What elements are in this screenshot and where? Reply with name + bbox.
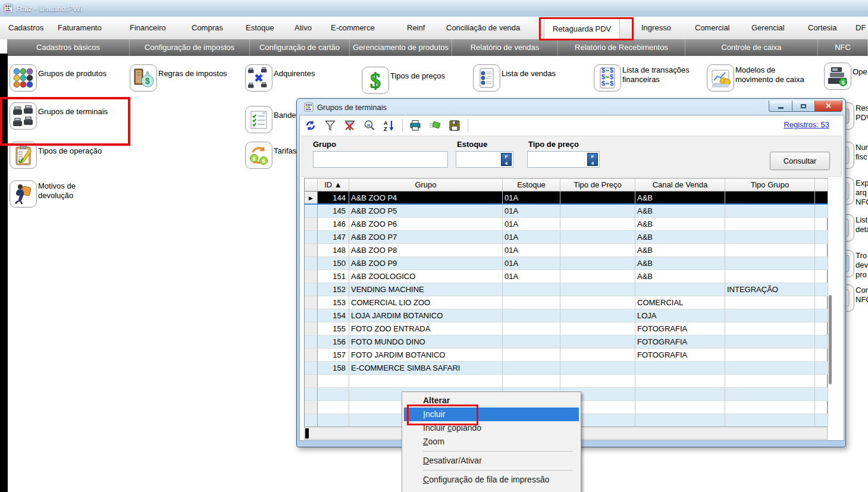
row-selector[interactable]	[305, 205, 318, 218]
context-menu-item-incluir[interactable]: Incluir	[404, 408, 579, 421]
row-selector[interactable]	[305, 349, 318, 362]
row-selector[interactable]	[305, 296, 318, 309]
registros-link[interactable]: Registros: 53	[784, 120, 829, 129]
row-selector[interactable]	[305, 401, 318, 414]
menubar-item-cortesia[interactable]: Cortesia	[808, 17, 836, 39]
modelos-de-movimento-de-caixa-icon[interactable]	[707, 64, 734, 92]
motivos-de-devolucao-icon[interactable]	[10, 180, 37, 208]
lista-de-transacoes-financeiras-icon[interactable]: $$$$$$	[594, 64, 621, 92]
column-header-tipo-de-preco[interactable]: Tipo de Preço	[560, 178, 635, 192]
column-header-estoque[interactable]: Estoque	[503, 178, 560, 192]
print-toolbar-button[interactable]	[408, 119, 423, 132]
consultar-button[interactable]: Consultar	[770, 152, 830, 170]
ribbon-tab-gerenciamento-de-produtos[interactable]: Gerenciamento de produtos	[350, 39, 452, 56]
menubar-item-cadastros[interactable]: Cadastros	[8, 17, 43, 39]
row-selector[interactable]	[305, 362, 318, 375]
menubar-item-faturamento[interactable]: Faturamento	[58, 17, 102, 39]
table-row[interactable]: 148A&B ZOO P801AA&B	[305, 244, 827, 257]
table-row[interactable]: 155FOTO ZOO ENTRADAFOTOGRAFIA	[305, 322, 827, 336]
row-selector[interactable]	[305, 231, 318, 244]
ribbon-tab-relatorio-de-recebimentos[interactable]: Relatório de Recebimentos	[558, 39, 685, 56]
table-row[interactable]: 153COMERCIAL LIO ZOOCOMERCIAL	[305, 296, 827, 309]
table-row[interactable]: ▶144A&B ZOO P401AA&B	[305, 192, 827, 205]
menubar-item-conciliacao-de-venda[interactable]: Conciliação de venda	[446, 17, 520, 39]
dialog-titlebar[interactable]: Grupos de terminais	[304, 102, 387, 112]
maximize-button[interactable]	[792, 101, 815, 112]
lista-de-vendas-icon[interactable]	[473, 64, 500, 92]
tipos-de-operacao-icon[interactable]	[10, 142, 37, 169]
ribbon-tab-controle-de-caixa[interactable]: Controle de caixa	[685, 39, 818, 56]
table-row[interactable]: 150A&B ZOO P901AA&B	[305, 257, 827, 270]
minimize-button[interactable]	[769, 101, 792, 112]
column-header-grupo[interactable]: Grupo	[349, 178, 503, 192]
table-row[interactable]: 154LOJA JARDIM BOTANICOLOJA	[305, 309, 827, 322]
row-selector[interactable]	[305, 257, 318, 270]
table-scrollbar-thumb[interactable]	[829, 295, 832, 384]
menubar-item-gerencial[interactable]: Gerencial	[751, 17, 785, 39]
grupos-de-produtos-icon[interactable]	[10, 64, 37, 92]
estoque-f4-button[interactable]: F4	[501, 153, 512, 166]
menubar-item-compras[interactable]: Compras	[192, 17, 223, 39]
menubar-item-ingresso[interactable]: Ingresso	[641, 17, 671, 39]
row-selector[interactable]	[305, 322, 318, 336]
table-row[interactable]: 145A&B ZOO P501AA&B	[305, 205, 827, 218]
menubar-item-estoque[interactable]: Estoque	[246, 17, 274, 39]
table-row-empty[interactable]	[305, 375, 827, 388]
adquirentes-icon[interactable]	[245, 64, 272, 92]
column-header-canal-de-venda[interactable]: Canal de Venda	[635, 178, 725, 192]
ribbon-tab-cadastros-basicos[interactable]: Cadastros básicos	[7, 39, 130, 56]
ope-icon[interactable]: $	[824, 62, 851, 90]
zoom-toolbar-button[interactable]: n	[362, 119, 377, 132]
tipos-de-precos-icon[interactable]: $	[362, 67, 389, 94]
bande-icon[interactable]	[245, 106, 272, 133]
row-selector[interactable]	[305, 283, 318, 296]
table-row[interactable]: 156FOTO MUNDO DINOFOTOGRAFIA	[305, 336, 827, 349]
ribbon-tab-configuracao-de-cartao[interactable]: Configuração de cartão	[250, 39, 350, 56]
context-menu-item-configuracao-de-fila-de-impressao[interactable]: Configuração de fila de impressão	[404, 473, 579, 487]
row-selector[interactable]	[305, 309, 318, 322]
erase-toolbar-button[interactable]	[427, 119, 443, 132]
table-row[interactable]: 152VENDING MACHINEINTEGRAÇÃO	[305, 283, 827, 296]
column-header-blank[interactable]	[815, 178, 828, 192]
tipo-f4-button[interactable]: F4	[587, 153, 598, 166]
table-row[interactable]: 158E-COMMERCE SIMBA SAFARI	[305, 362, 827, 375]
context-menu-item-incluir-copiando[interactable]: Incluir copiando	[404, 421, 579, 435]
menubar-item-comercial[interactable]: Comercial	[695, 17, 730, 39]
ribbon-tab-relatorio-de-vendas[interactable]: Relatório de vendas	[452, 39, 558, 56]
row-selector[interactable]	[305, 375, 318, 388]
row-selector[interactable]	[305, 336, 318, 349]
table-row[interactable]: 157FOTO JARDIM BOTANICOFOTOGRAFIA	[305, 349, 827, 362]
row-selector[interactable]	[305, 414, 318, 427]
menubar-item-financeiro[interactable]: Financeiro	[130, 17, 166, 39]
menubar-item-retaguarda-pdv[interactable]: Retaguarda PDV	[544, 18, 620, 40]
grupos-de-terminais-icon[interactable]	[10, 102, 37, 130]
column-header-blank[interactable]	[305, 178, 318, 192]
context-menu-item-zoom[interactable]: Zoom	[404, 435, 579, 449]
clear-filter-toolbar-button[interactable]	[342, 119, 358, 132]
row-selector[interactable]	[305, 244, 318, 257]
tipo-de-preco-input[interactable]: F4	[527, 151, 600, 168]
table-row[interactable]: 151A&B ZOOLOGICO01AA&B	[305, 270, 827, 283]
sort-toolbar-button[interactable]: AZ	[381, 119, 397, 132]
context-menu-item-alterar[interactable]: Alterar	[404, 394, 579, 408]
regras-de-impostos-icon[interactable]: $	[130, 64, 157, 92]
filter-toolbar-button[interactable]	[322, 119, 338, 132]
table-row[interactable]: 147A&B ZOO P701AA&B	[305, 231, 827, 244]
row-selector[interactable]	[305, 218, 318, 231]
row-selector[interactable]	[305, 388, 318, 401]
save-toolbar-button[interactable]	[447, 119, 462, 132]
refresh-toolbar-button[interactable]	[303, 119, 318, 132]
menubar-item-e-commerce[interactable]: E-commerce	[331, 17, 375, 39]
close-button[interactable]: ✕	[815, 101, 842, 112]
grupo-input[interactable]	[313, 151, 448, 168]
column-header-tipo-grupo[interactable]: Tipo Grupo	[725, 178, 815, 192]
menubar-item-reinf[interactable]: Reinf	[407, 17, 425, 39]
ribbon-tab-nfc[interactable]: NFC	[818, 39, 868, 56]
row-selector[interactable]	[305, 270, 318, 283]
menubar-item-df[interactable]: DF	[856, 17, 866, 39]
column-header-id[interactable]: ID ▲	[318, 178, 349, 192]
menubar-item-ativo[interactable]: Ativo	[294, 17, 312, 39]
ribbon-tab-configuracao-de-impostos[interactable]: Configuração de impostos	[130, 39, 250, 56]
context-menu-item-desativar-ativar[interactable]: Desativar/Ativar	[404, 454, 579, 468]
table-row[interactable]: 146A&B ZOO P601AA&B	[305, 218, 827, 231]
